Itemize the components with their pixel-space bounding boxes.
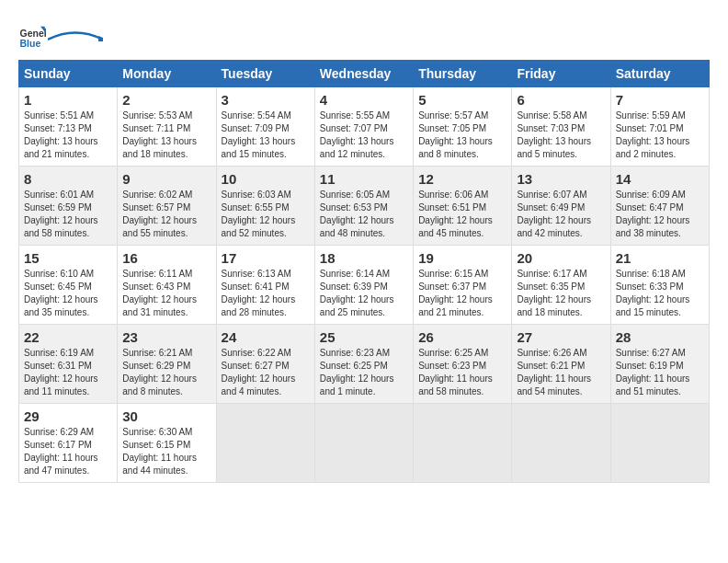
calendar-cell-w2-d4: 11Sunrise: 6:05 AMSunset: 6:53 PMDayligh… [314, 167, 413, 246]
calendar-cell-w1-d1: 1Sunrise: 5:51 AMSunset: 7:13 PMDaylight… [19, 87, 118, 167]
day-number: 10 [222, 171, 310, 187]
calendar-cell-w5-d2: 30Sunrise: 6:30 AMSunset: 6:15 PMDayligh… [118, 404, 216, 483]
calendar-cell-w4-d3: 24Sunrise: 6:22 AMSunset: 6:27 PMDayligh… [216, 325, 314, 404]
calendar-cell-w3-d6: 20Sunrise: 6:17 AMSunset: 6:35 PMDayligh… [512, 246, 610, 325]
logo: General Blue [18, 23, 103, 51]
day-info: Sunrise: 6:17 AMSunset: 6:35 PMDaylight:… [517, 268, 605, 319]
day-number: 11 [320, 171, 408, 187]
day-info: Sunrise: 5:58 AMSunset: 7:03 PMDaylight:… [517, 109, 605, 161]
day-info: Sunrise: 5:57 AMSunset: 7:05 PMDaylight:… [418, 109, 506, 161]
day-info: Sunrise: 6:11 AMSunset: 6:43 PMDaylight:… [122, 268, 210, 319]
day-number: 19 [418, 250, 506, 266]
day-info: Sunrise: 6:21 AMSunset: 6:29 PMDaylight:… [122, 347, 210, 398]
day-number: 17 [222, 250, 310, 266]
calendar-cell-w1-d2: 2Sunrise: 5:53 AMSunset: 7:11 PMDaylight… [118, 87, 216, 167]
day-number: 22 [24, 329, 112, 345]
day-info: Sunrise: 6:01 AMSunset: 6:59 PMDaylight:… [24, 189, 112, 240]
header-thursday: Thursday [414, 61, 512, 87]
calendar-week-2: 8Sunrise: 6:01 AMSunset: 6:59 PMDaylight… [19, 167, 710, 246]
calendar-cell-w5-d4 [314, 404, 413, 483]
day-number: 7 [616, 92, 704, 108]
day-number: 5 [418, 92, 506, 108]
day-info: Sunrise: 6:03 AMSunset: 6:55 PMDaylight:… [222, 189, 310, 240]
day-number: 29 [24, 408, 112, 424]
day-info: Sunrise: 5:55 AMSunset: 7:07 PMDaylight:… [320, 109, 408, 161]
day-info: Sunrise: 6:07 AMSunset: 6:49 PMDaylight:… [517, 189, 605, 240]
day-number: 21 [616, 250, 704, 266]
day-info: Sunrise: 6:09 AMSunset: 6:47 PMDaylight:… [616, 189, 704, 240]
calendar-week-5: 29Sunrise: 6:29 AMSunset: 6:17 PMDayligh… [19, 404, 710, 483]
calendar-cell-w5-d6 [512, 404, 610, 483]
day-number: 28 [616, 329, 704, 345]
calendar-cell-w3-d5: 19Sunrise: 6:15 AMSunset: 6:37 PMDayligh… [414, 246, 512, 325]
calendar-cell-w2-d6: 13Sunrise: 6:07 AMSunset: 6:49 PMDayligh… [512, 167, 610, 246]
day-info: Sunrise: 6:19 AMSunset: 6:31 PMDaylight:… [24, 347, 112, 398]
calendar-week-1: 1Sunrise: 5:51 AMSunset: 7:13 PMDaylight… [19, 87, 710, 167]
calendar-cell-w1-d3: 3Sunrise: 5:54 AMSunset: 7:09 PMDaylight… [216, 87, 314, 167]
header-row: SundayMondayTuesdayWednesdayThursdayFrid… [19, 61, 710, 87]
day-number: 13 [517, 171, 605, 187]
day-number: 6 [517, 92, 605, 108]
calendar-cell-w2-d1: 8Sunrise: 6:01 AMSunset: 6:59 PMDaylight… [19, 167, 118, 246]
header-sunday: Sunday [19, 61, 118, 87]
calendar-cell-w5-d3 [216, 404, 314, 483]
day-info: Sunrise: 6:29 AMSunset: 6:17 PMDaylight:… [24, 426, 112, 477]
day-info: Sunrise: 6:02 AMSunset: 6:57 PMDaylight:… [122, 189, 210, 240]
header-monday: Monday [118, 61, 216, 87]
calendar-table: SundayMondayTuesdayWednesdayThursdayFrid… [18, 60, 710, 483]
day-number: 9 [122, 171, 210, 187]
calendar-cell-w4-d2: 23Sunrise: 6:21 AMSunset: 6:29 PMDayligh… [118, 325, 216, 404]
day-number: 14 [616, 171, 704, 187]
svg-text:Blue: Blue [20, 38, 41, 49]
day-info: Sunrise: 6:05 AMSunset: 6:53 PMDaylight:… [320, 189, 408, 240]
day-info: Sunrise: 6:14 AMSunset: 6:39 PMDaylight:… [320, 268, 408, 319]
day-number: 23 [122, 329, 210, 345]
day-number: 1 [24, 92, 112, 108]
day-number: 3 [222, 92, 310, 108]
header: General Blue [18, 18, 710, 51]
calendar-week-4: 22Sunrise: 6:19 AMSunset: 6:31 PMDayligh… [19, 325, 710, 404]
day-number: 20 [517, 250, 605, 266]
calendar-cell-w5-d1: 29Sunrise: 6:29 AMSunset: 6:17 PMDayligh… [19, 404, 118, 483]
calendar-cell-w3-d4: 18Sunrise: 6:14 AMSunset: 6:39 PMDayligh… [314, 246, 413, 325]
calendar-cell-w4-d6: 27Sunrise: 6:26 AMSunset: 6:21 PMDayligh… [512, 325, 610, 404]
day-info: Sunrise: 6:23 AMSunset: 6:25 PMDaylight:… [320, 347, 408, 398]
calendar-cell-w1-d7: 7Sunrise: 5:59 AMSunset: 7:01 PMDaylight… [610, 87, 709, 167]
header-wednesday: Wednesday [314, 61, 413, 87]
day-info: Sunrise: 6:15 AMSunset: 6:37 PMDaylight:… [418, 268, 506, 319]
day-info: Sunrise: 5:54 AMSunset: 7:09 PMDaylight:… [222, 109, 310, 161]
calendar-cell-w2-d7: 14Sunrise: 6:09 AMSunset: 6:47 PMDayligh… [610, 167, 709, 246]
calendar-cell-w5-d5 [414, 404, 512, 483]
day-info: Sunrise: 6:26 AMSunset: 6:21 PMDaylight:… [517, 347, 605, 398]
calendar-cell-w2-d2: 9Sunrise: 6:02 AMSunset: 6:57 PMDaylight… [118, 167, 216, 246]
calendar-cell-w3-d3: 17Sunrise: 6:13 AMSunset: 6:41 PMDayligh… [216, 246, 314, 325]
header-tuesday: Tuesday [216, 61, 314, 87]
day-number: 25 [320, 329, 408, 345]
calendar-cell-w3-d1: 15Sunrise: 6:10 AMSunset: 6:45 PMDayligh… [19, 246, 118, 325]
calendar-cell-w2-d5: 12Sunrise: 6:06 AMSunset: 6:51 PMDayligh… [414, 167, 512, 246]
day-info: Sunrise: 6:10 AMSunset: 6:45 PMDaylight:… [24, 268, 112, 319]
day-number: 24 [222, 329, 310, 345]
day-number: 12 [418, 171, 506, 187]
calendar-cell-w3-d2: 16Sunrise: 6:11 AMSunset: 6:43 PMDayligh… [118, 246, 216, 325]
day-info: Sunrise: 6:06 AMSunset: 6:51 PMDaylight:… [418, 189, 506, 240]
calendar-cell-w1-d6: 6Sunrise: 5:58 AMSunset: 7:03 PMDaylight… [512, 87, 610, 167]
calendar-cell-w3-d7: 21Sunrise: 6:18 AMSunset: 6:33 PMDayligh… [610, 246, 709, 325]
day-info: Sunrise: 5:53 AMSunset: 7:11 PMDaylight:… [122, 109, 210, 161]
calendar-cell-w4-d1: 22Sunrise: 6:19 AMSunset: 6:31 PMDayligh… [19, 325, 118, 404]
header-friday: Friday [512, 61, 610, 87]
day-info: Sunrise: 6:25 AMSunset: 6:23 PMDaylight:… [418, 347, 506, 398]
day-info: Sunrise: 6:27 AMSunset: 6:19 PMDaylight:… [616, 347, 704, 398]
logo-swoosh [48, 30, 103, 41]
calendar-cell-w1-d5: 5Sunrise: 5:57 AMSunset: 7:05 PMDaylight… [414, 87, 512, 167]
day-number: 27 [517, 329, 605, 345]
day-number: 16 [122, 250, 210, 266]
calendar-cell-w2-d3: 10Sunrise: 6:03 AMSunset: 6:55 PMDayligh… [216, 167, 314, 246]
day-info: Sunrise: 5:59 AMSunset: 7:01 PMDaylight:… [616, 109, 704, 161]
day-info: Sunrise: 6:30 AMSunset: 6:15 PMDaylight:… [122, 426, 210, 477]
day-number: 15 [24, 250, 112, 266]
svg-marker-4 [98, 36, 103, 41]
calendar-cell-w5-d7 [610, 404, 709, 483]
logo-icon: General Blue [18, 23, 46, 51]
day-info: Sunrise: 5:51 AMSunset: 7:13 PMDaylight:… [24, 109, 112, 161]
